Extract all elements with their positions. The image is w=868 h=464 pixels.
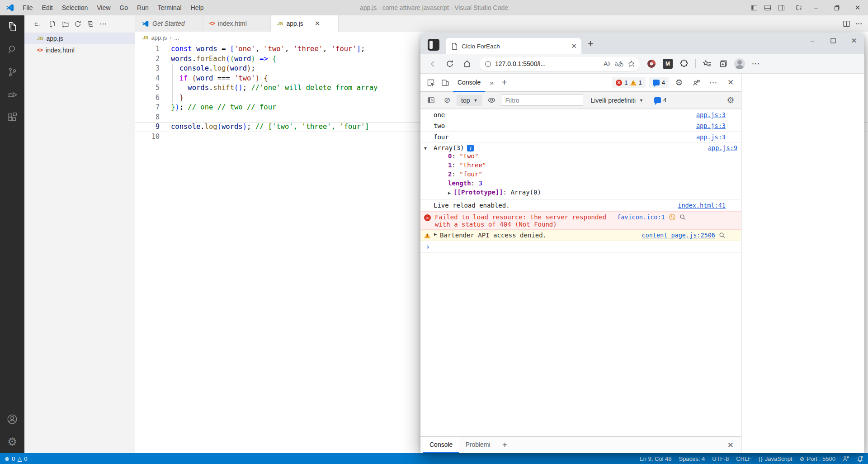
profile-avatar[interactable] <box>732 57 747 71</box>
extensions-icon[interactable] <box>0 106 24 128</box>
console-messages-badge[interactable]: 4 <box>651 95 670 106</box>
toggle-panel-icon[interactable] <box>761 0 774 15</box>
extension-m-icon[interactable]: M <box>660 57 675 71</box>
site-info-icon[interactable] <box>485 61 491 67</box>
browser-tab[interactable]: Ciclo ForEach ✕ <box>446 38 581 54</box>
problems-status[interactable]: ⊗ 0 △ 0 <box>5 455 27 462</box>
devtools-tab-console[interactable]: Console <box>453 74 485 92</box>
source-link[interactable]: favicon.ico:1 <box>617 213 665 221</box>
devtools-settings-gear-icon[interactable]: ⚙ <box>672 76 686 90</box>
drawer-tab-problemi[interactable]: Problemi <box>459 437 496 453</box>
indentation[interactable]: Spaces: 4 <box>679 455 705 462</box>
back-icon[interactable] <box>425 56 440 71</box>
vscode-restore-button[interactable] <box>826 0 847 15</box>
address-bar[interactable]: 127.0.0.1:5500/i... A aあ <box>479 57 640 71</box>
editor-more-actions-icon[interactable] <box>855 20 863 28</box>
collapse-folders-icon[interactable] <box>84 19 97 29</box>
eol-sequence[interactable]: CRLF <box>736 455 751 462</box>
array-property[interactable]: ▶[[Prototype]]: Array(0) <box>424 188 737 198</box>
vscode-close-button[interactable]: ✕ <box>847 0 868 15</box>
source-link[interactable]: app.js:3 <box>696 111 726 118</box>
search-message-icon[interactable] <box>719 232 726 239</box>
toggle-sidebar-icon[interactable] <box>747 0 761 15</box>
account-icon[interactable] <box>0 408 24 431</box>
menu-help[interactable]: Help <box>186 0 208 15</box>
drawer-close-icon[interactable]: ✕ <box>723 437 738 453</box>
source-link[interactable]: app.js:3 <box>696 122 726 129</box>
browser-close-button[interactable]: ✕ <box>844 33 864 48</box>
breadcrumb-ellipsis[interactable]: ... <box>174 34 179 41</box>
explain-error-icon[interactable] <box>669 213 676 221</box>
tab-app.js[interactable]: JSapp.js✕ <box>271 15 339 32</box>
new-folder-icon[interactable] <box>59 19 71 29</box>
notifications-bell-icon[interactable] <box>857 455 863 462</box>
live-server-port[interactable]: ⊘Port : 5500 <box>799 455 835 462</box>
add-devtools-tab-icon[interactable]: + <box>498 77 511 88</box>
console-filter-input[interactable] <box>501 95 583 106</box>
customize-layout-icon[interactable] <box>792 0 806 15</box>
add-drawer-tab-icon[interactable]: + <box>497 437 513 453</box>
more-tabs-icon[interactable]: » <box>486 79 497 86</box>
url-text[interactable]: 127.0.0.1:5500/i... <box>495 60 600 67</box>
array-property[interactable]: 1: "three" <box>424 161 737 170</box>
vertical-tabs-icon[interactable] <box>428 39 439 51</box>
array-property[interactable]: 2: "four" <box>424 170 737 179</box>
language-mode[interactable]: {}JavaScript <box>759 455 792 462</box>
close-tab-icon[interactable]: ✕ <box>315 19 321 28</box>
issues-badge[interactable]: ✕ 1 1 <box>612 77 645 88</box>
context-selector[interactable]: top▼ <box>457 95 482 106</box>
menu-selection[interactable]: Selection <box>57 0 93 15</box>
collapsed-arrow-icon[interactable]: ▶ <box>434 232 437 237</box>
split-editor-icon[interactable] <box>843 20 850 28</box>
menu-edit[interactable]: Edit <box>38 0 57 15</box>
live-expression-eye-icon[interactable] <box>485 94 498 107</box>
devtools-close-icon[interactable]: ✕ <box>724 76 737 90</box>
source-link[interactable]: index.html:41 <box>678 202 726 209</box>
file-item-app.js[interactable]: JSapp.js <box>24 33 135 44</box>
breadcrumb-file[interactable]: app.js <box>151 34 167 41</box>
vscode-minimize-button[interactable]: – <box>806 0 826 15</box>
extensions-puzzle-icon[interactable] <box>677 57 691 71</box>
feedback-icon[interactable] <box>843 455 849 462</box>
translate-icon[interactable]: aあ <box>614 60 624 68</box>
source-link[interactable]: app.js:3 <box>696 133 726 141</box>
home-icon[interactable] <box>459 56 475 71</box>
settings-gear-icon[interactable]: ⚙ <box>0 431 24 453</box>
browser-minimize-button[interactable]: – <box>802 33 823 48</box>
source-link[interactable]: content_page.js:2506 <box>642 232 715 239</box>
inspect-element-icon[interactable] <box>424 76 438 90</box>
new-file-icon[interactable] <box>46 19 59 29</box>
source-link[interactable]: app.js:9 <box>708 144 737 152</box>
menu-go[interactable]: Go <box>115 0 132 15</box>
tab-close-icon[interactable]: ✕ <box>571 42 577 50</box>
menu-terminal[interactable]: Terminal <box>153 0 186 15</box>
cursor-position[interactable]: Ln 9, Col 48 <box>640 455 671 462</box>
array-property[interactable]: 0: "two" <box>424 152 737 161</box>
messages-badge[interactable]: 4 <box>649 77 669 88</box>
feedback-people-icon[interactable] <box>689 76 703 90</box>
page-viewport[interactable] <box>741 74 864 453</box>
console-empty-space[interactable] <box>420 253 741 436</box>
collapsed-arrow-icon[interactable]: ▶ <box>448 190 451 195</box>
collections-icon[interactable] <box>716 57 731 71</box>
browser-maximize-button[interactable] <box>823 33 844 48</box>
source-control-icon[interactable] <box>0 61 24 83</box>
tab-index.html[interactable]: <>index.html <box>203 15 271 32</box>
log-levels-selector[interactable]: Livelli predefiniti▼ <box>586 97 648 104</box>
console-settings-gear-icon[interactable]: ⚙ <box>724 94 737 107</box>
browser-settings-more-icon[interactable]: ⋯ <box>749 57 763 71</box>
encoding[interactable]: UTF-8 <box>712 455 729 462</box>
search-message-icon[interactable] <box>679 214 686 221</box>
refresh-icon[interactable] <box>442 56 458 71</box>
add-favorite-star-icon[interactable] <box>627 60 635 68</box>
refresh-explorer-icon[interactable] <box>71 19 84 29</box>
read-aloud-icon[interactable]: A <box>604 60 611 67</box>
tab-get-started[interactable]: Get Started <box>135 15 203 32</box>
console-prompt[interactable]: › <box>420 241 741 253</box>
run-debug-icon[interactable] <box>0 83 24 106</box>
menu-view[interactable]: View <box>92 0 115 15</box>
menu-run[interactable]: Run <box>132 0 153 15</box>
array-header[interactable]: ▼Array(3)iapp.js:9 <box>424 144 737 152</box>
new-tab-icon[interactable]: + <box>588 38 594 50</box>
toggle-secondary-sidebar-icon[interactable] <box>774 0 788 15</box>
